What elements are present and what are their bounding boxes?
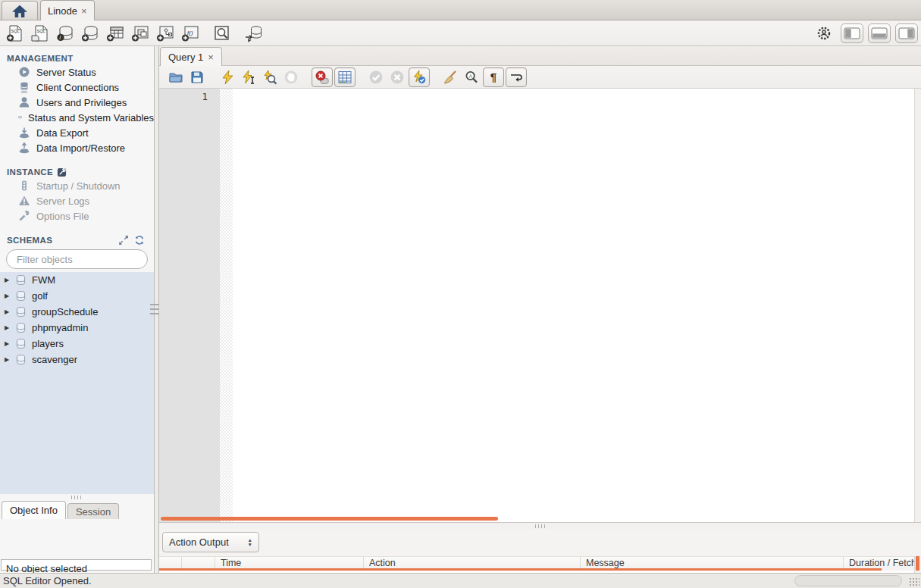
execute-script-button[interactable] <box>217 67 238 87</box>
schema-database-icon <box>15 290 27 302</box>
schema-name: scavenger <box>30 354 77 365</box>
schema-name: players <box>30 338 64 349</box>
home-icon <box>11 4 28 18</box>
toggle-output-area-button[interactable] <box>868 23 891 43</box>
sidebar-horizontal-splitter[interactable] <box>0 494 154 500</box>
sidebar-item-users-privileges[interactable]: Users and Privileges <box>0 95 154 110</box>
instance-section-header: INSTANCE <box>0 166 154 178</box>
toggle-left-panel-icon <box>844 27 860 39</box>
sidebar-item-data-export[interactable]: Data Export <box>0 125 154 140</box>
commit-button[interactable] <box>365 67 387 87</box>
schema-item-fwm[interactable]: ▶ FWM <box>0 272 154 288</box>
expand-arrow-icon[interactable]: ▶ <box>5 277 12 283</box>
expand-panel-icon[interactable] <box>118 235 129 246</box>
tab-query-1[interactable]: Query 1 × <box>160 47 222 66</box>
execute-current-bolt-icon <box>241 70 256 85</box>
close-tab-icon[interactable]: × <box>81 5 87 17</box>
column-time[interactable]: Time <box>215 557 364 568</box>
beautify-query-button[interactable] <box>440 67 461 87</box>
selector-spinner-icon[interactable]: ▲▼ <box>248 538 252 547</box>
schema-database-icon <box>15 306 27 317</box>
create-schema-button[interactable] <box>78 23 102 44</box>
explain-statement-button[interactable] <box>259 67 280 87</box>
toggle-limit-rows-button[interactable] <box>334 67 356 87</box>
schema-item-players[interactable]: ▶ players <box>0 336 154 352</box>
editor-horizontal-scrollbar[interactable] <box>161 517 498 521</box>
schema-item-phpmyadmin[interactable]: ▶ phpmyadmin <box>0 320 154 336</box>
create-table-button[interactable] <box>103 23 127 44</box>
sidebar-item-server-status[interactable]: Server Status <box>0 64 154 80</box>
refresh-schemas-icon[interactable] <box>134 235 145 246</box>
sql-code-editor[interactable]: 1 <box>159 89 921 523</box>
toggle-right-panel-icon <box>898 27 915 39</box>
create-procedure-icon <box>155 24 175 42</box>
expand-arrow-icon[interactable]: ▶ <box>5 324 12 331</box>
stop-execution-button[interactable] <box>280 67 302 87</box>
search-table-data-icon <box>212 24 232 42</box>
svg-text:f(): f() <box>187 30 193 36</box>
schema-item-scavenger[interactable]: ▶ scavenger <box>0 352 154 368</box>
sql-text-area[interactable] <box>233 89 914 522</box>
svg-text:SQL: SQL <box>11 29 20 33</box>
line-number: 1 <box>202 91 208 102</box>
output-splitter[interactable] <box>159 523 921 529</box>
tab-session[interactable]: Session <box>67 503 119 519</box>
toggle-autocommit-button[interactable] <box>409 67 430 87</box>
expand-arrow-icon[interactable]: ▶ <box>5 308 12 315</box>
execute-current-statement-button[interactable] <box>238 67 259 87</box>
sidebar-item-options-file[interactable]: Options File <box>0 208 154 224</box>
toggle-sidebar-button[interactable] <box>841 23 863 43</box>
sidebar-item-startup-shutdown[interactable]: Startup / Shutdown <box>0 178 154 193</box>
find-button[interactable]: A <box>461 67 482 87</box>
toggle-stop-on-error-button[interactable] <box>312 67 333 87</box>
toggle-invisible-characters-button[interactable]: ¶ <box>483 67 504 87</box>
new-sql-tab-icon: SQL <box>5 24 25 42</box>
schema-database-icon <box>15 274 27 286</box>
column-action[interactable]: Action <box>364 557 581 568</box>
schema-item-golf[interactable]: ▶ golf <box>0 288 154 304</box>
sidebar-item-server-logs[interactable]: Server Logs <box>0 193 154 208</box>
window-resize-grip[interactable] <box>909 577 919 586</box>
open-script-button[interactable] <box>165 67 186 87</box>
open-sql-script-button[interactable]: SQL <box>28 23 52 44</box>
toggle-secondary-sidebar-button[interactable] <box>895 23 918 43</box>
sidebar-item-data-import-restore[interactable]: Data Import/Restore <box>0 140 154 155</box>
expand-arrow-icon[interactable]: ▶ <box>5 292 12 299</box>
sidebar-splitter[interactable] <box>154 46 159 573</box>
expand-arrow-icon[interactable]: ▶ <box>5 340 12 347</box>
schema-inspector-button[interactable]: i <box>53 23 77 44</box>
commit-check-icon <box>368 70 384 85</box>
sidebar-item-status-system-variables[interactable]: Status and System Variables <box>0 110 154 125</box>
create-view-button[interactable] <box>128 23 152 44</box>
editor-vertical-scrollbar[interactable] <box>914 89 921 522</box>
expand-arrow-icon[interactable]: ▶ <box>5 356 12 363</box>
output-view-selector[interactable]: Action Output ▲▼ <box>162 532 259 552</box>
stop-hand-icon <box>284 70 299 85</box>
schema-filter-input[interactable] <box>17 254 150 265</box>
create-function-button[interactable]: f() <box>178 23 202 44</box>
connection-tab-linode[interactable]: Linode × <box>40 0 95 20</box>
column-message[interactable]: Message <box>581 557 844 568</box>
tab-object-info[interactable]: Object Info <box>2 501 66 519</box>
new-sql-tab-button[interactable]: SQL <box>3 23 27 44</box>
save-script-button[interactable] <box>186 67 208 87</box>
column-duration-fetch[interactable]: Duration / Fetch <box>844 557 914 568</box>
schema-item-groupschedule[interactable]: ▶ groupSchedule <box>0 304 154 320</box>
rollback-button[interactable] <box>387 67 408 87</box>
sidebar-item-client-connections[interactable]: Client Connections <box>0 80 154 95</box>
preferences-button[interactable] <box>812 23 836 44</box>
toggle-word-wrap-button[interactable] <box>506 67 527 87</box>
data-export-icon <box>18 127 30 139</box>
search-table-data-button[interactable] <box>210 23 234 44</box>
create-procedure-button[interactable] <box>153 23 177 44</box>
home-tab[interactable] <box>2 1 38 20</box>
output-selector-value: Action Output <box>169 536 248 548</box>
status-progress-pill <box>794 575 902 586</box>
reconnect-database-button[interactable] <box>242 23 266 44</box>
query-tab-label: Query 1 <box>168 52 203 63</box>
close-query-tab-icon[interactable]: × <box>208 52 214 63</box>
limit-rows-grid-icon <box>337 70 352 85</box>
document-tabstrip: Linode × <box>0 0 921 20</box>
output-scrollbar-thumb[interactable] <box>916 556 919 571</box>
system-variables-icon <box>18 111 22 124</box>
